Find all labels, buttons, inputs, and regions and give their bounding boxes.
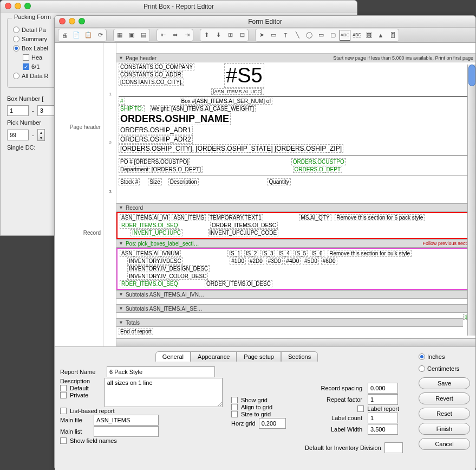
db-icon[interactable]: 🗄 xyxy=(387,30,398,41)
field-icon[interactable]: ABC xyxy=(340,30,350,41)
design-canvas[interactable]: ▼ Page header Start new page if less tha… xyxy=(116,54,475,346)
grid-icon[interactable]: ▤ xyxy=(138,30,149,41)
default-inv-input[interactable] xyxy=(384,442,403,453)
field-shipto[interactable]: SHIP TO: xyxy=(119,105,145,112)
label-count-input[interactable] xyxy=(368,413,398,423)
tab-appearance[interactable]: Appearance xyxy=(191,351,237,362)
checkbox-size-grid[interactable] xyxy=(231,411,238,417)
tab-sections[interactable]: Sections xyxy=(281,351,318,362)
note-6pack[interactable]: Remove this section for 6 pack style xyxy=(335,214,425,221)
field-oship-name[interactable]: ORDERS.OSHIP_NAME xyxy=(119,113,231,125)
field-odept[interactable]: ORDERS.O_DEPT xyxy=(293,166,343,173)
checkbox-default[interactable] xyxy=(60,385,67,391)
revert-button[interactable]: Revert xyxy=(419,392,470,404)
box-number-from[interactable] xyxy=(7,105,29,116)
close-icon[interactable] xyxy=(5,3,11,9)
bring-front-icon[interactable]: ⬆ xyxy=(201,30,212,41)
disclosure-icon[interactable]: ▼ xyxy=(119,205,123,210)
checkbox-six[interactable]: ✓ xyxy=(23,63,29,70)
section-record[interactable]: ▼ Record xyxy=(116,203,475,212)
minimize-icon[interactable] xyxy=(15,3,21,9)
horizontal-scrollbar[interactable] xyxy=(116,338,475,346)
chart-icon[interactable]: ▲ xyxy=(375,30,386,41)
field-po[interactable]: PO # [ORDERS.OCUSTPO] xyxy=(119,158,190,165)
save-button[interactable]: Save xyxy=(419,377,470,389)
refresh-icon[interactable]: ⟳ xyxy=(95,30,106,41)
section-subtotals1[interactable]: ▼Subtotals ASN_ITEMS.AI_IVN… xyxy=(116,290,475,299)
field-adr1[interactable]: ORDERS.OSHIP_ADR1 xyxy=(119,126,193,134)
rect-icon[interactable]: ▭ xyxy=(268,30,279,41)
disclosure-icon[interactable]: ▼ xyxy=(119,55,123,61)
close-icon[interactable] xyxy=(59,18,66,24)
image-icon[interactable]: 🖼 xyxy=(363,30,374,41)
field-box[interactable]: Box #[ASN_ITEMS.AI_SER_NUM] of xyxy=(180,98,273,105)
radio-detail[interactable] xyxy=(13,27,19,33)
radio-all-data[interactable] xyxy=(13,73,19,79)
repeat-factor-input[interactable] xyxy=(368,394,398,405)
field-addr[interactable]: CONSTANTS.CO_ADDR xyxy=(119,71,183,78)
pick-stepper[interactable]: ▴▾ xyxy=(37,129,45,141)
vertical-scrollbar[interactable] xyxy=(467,65,475,336)
minimize-icon[interactable] xyxy=(69,18,75,24)
disclosure-icon[interactable]: ▼ xyxy=(119,241,123,246)
rect2-icon[interactable]: ▭ xyxy=(316,30,327,41)
tab-page-setup[interactable]: Page setup xyxy=(237,351,281,362)
checkbox-align-grid[interactable] xyxy=(231,404,238,410)
field-city[interactable]: [CONSTANTS.CO_CITY], xyxy=(119,79,184,86)
checkbox-label-report[interactable] xyxy=(357,405,364,412)
field2-icon[interactable]: A̲B̲C̲ xyxy=(351,30,362,41)
radio-box-label[interactable] xyxy=(13,45,19,51)
pick-number[interactable] xyxy=(7,130,29,140)
tab-general[interactable]: General xyxy=(155,351,191,362)
section-pos[interactable]: ▼ Pos: pick_boxes_label_secti… Follow pr… xyxy=(116,239,475,248)
main-list-input[interactable] xyxy=(94,426,159,437)
cancel-button[interactable]: Cancel xyxy=(419,438,470,450)
field-ucc[interactable]: [ASN_ITEMS.AI_UCC] xyxy=(211,88,264,95)
layout-icon[interactable]: ▣ xyxy=(126,30,137,41)
align-right-icon[interactable]: ⇥ xyxy=(181,30,192,41)
field-ocustpo[interactable]: ORDERS.OCUSTPO xyxy=(291,158,346,165)
reset-button[interactable]: Reset xyxy=(419,408,470,420)
field-citystate[interactable]: [ORDERS.OSHIP_CITY], [ORDERS.OSHIP_STATE… xyxy=(119,144,343,153)
field-company[interactable]: CONSTANTS.CO_COMPANY xyxy=(119,63,194,70)
page-icon[interactable]: ▦ xyxy=(114,30,125,41)
label-width-input[interactable] xyxy=(368,424,398,435)
text-icon[interactable]: T xyxy=(280,30,291,41)
line-icon[interactable]: ╲ xyxy=(292,30,303,41)
paste-icon[interactable]: 📋 xyxy=(83,30,94,41)
note-bulk[interactable]: Remove this section for bulk style xyxy=(328,250,412,257)
ungroup-icon[interactable]: ⊟ xyxy=(237,30,247,41)
group-icon[interactable]: ⊞ xyxy=(225,30,236,41)
pointer-icon[interactable]: ➤ xyxy=(256,30,267,41)
checkbox-show-grid[interactable] xyxy=(231,397,238,403)
new-icon[interactable]: 📄 xyxy=(71,30,82,41)
main-file-input[interactable] xyxy=(94,415,159,426)
oval-icon[interactable]: ◯ xyxy=(304,30,315,41)
field-adr2[interactable]: ORDERS.OSHIP_ADR2 xyxy=(119,135,193,144)
checkbox-show-field-names[interactable] xyxy=(60,437,67,444)
rrect-icon[interactable]: ▢ xyxy=(328,30,338,41)
zoom-icon[interactable] xyxy=(79,18,85,24)
finish-button[interactable]: Finish xyxy=(419,423,470,435)
print-icon[interactable]: 🖨 xyxy=(59,30,70,41)
radio-cm[interactable] xyxy=(419,365,425,372)
checkbox-list-based[interactable] xyxy=(60,408,67,414)
checkbox-private[interactable] xyxy=(60,392,67,398)
horz-grid-input[interactable] xyxy=(259,418,286,429)
record-spacing-input[interactable] xyxy=(368,383,398,394)
section-totals[interactable]: ▼Totals xyxy=(116,318,463,327)
align-center-icon[interactable]: ⇔ xyxy=(169,30,180,41)
section-page-header[interactable]: ▼ Page header Start new page if less tha… xyxy=(116,54,475,62)
radio-summary[interactable] xyxy=(13,36,19,42)
report-name-input[interactable] xyxy=(107,366,215,377)
field-s5[interactable]: #S5 xyxy=(224,63,264,88)
field-dept[interactable]: Department: [ORDERS.O_DEPT] xyxy=(119,166,203,173)
description-input[interactable] xyxy=(105,378,223,407)
field-weight[interactable]: Weight: [ASN_ITEMS.AI_CASE_WEIGHT] xyxy=(150,105,256,112)
align-left-icon[interactable]: ⇤ xyxy=(158,30,168,41)
zoom-icon[interactable] xyxy=(24,3,31,9)
radio-inches[interactable] xyxy=(419,353,425,360)
section-subtotals2[interactable]: ▼Subtotals ASN_ITEMS.AI_SE… xyxy=(116,304,475,313)
send-back-icon[interactable]: ⬇ xyxy=(213,30,224,41)
checkbox-hea[interactable] xyxy=(23,54,29,61)
